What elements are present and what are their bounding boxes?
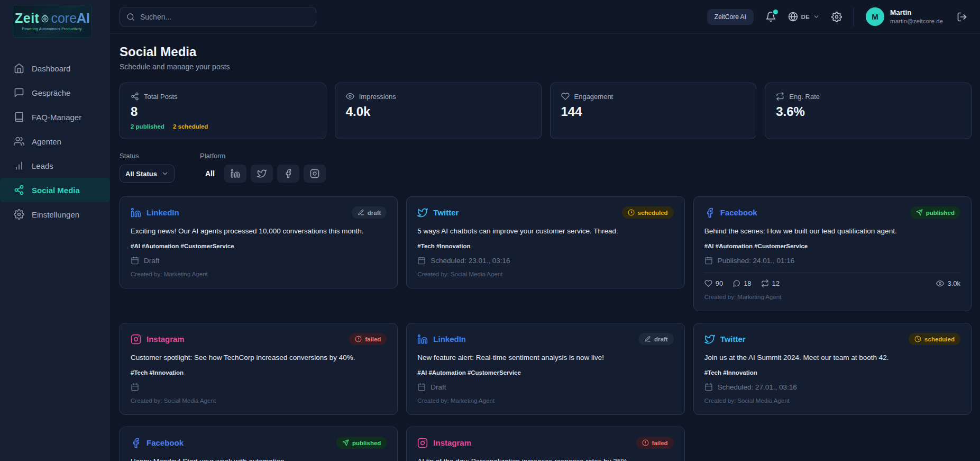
post-created-by: Created by: Marketing Agent (131, 271, 387, 277)
post-views-count: 3.0k (947, 279, 960, 287)
repeat-icon (776, 92, 784, 101)
platform-filter-instagram[interactable] (304, 165, 326, 183)
post-card[interactable]: LinkedIndraftExciting news! Our AI agent… (120, 196, 398, 288)
post-hashtags: #AI #Automation #CustomerService (417, 369, 673, 376)
post-hashtags: #AI #Automation #CustomerService (704, 243, 960, 249)
stat-card: Engagement144 (550, 83, 757, 139)
post-card[interactable]: LinkedIndraftNew feature alert: Real-tim… (406, 323, 684, 415)
sidebar-item-social-media[interactable]: Social Media (0, 178, 110, 202)
alert-icon (355, 336, 362, 342)
post-card[interactable]: InstagramfailedAI tip of the day: Person… (406, 427, 684, 461)
brand-head-icon (40, 13, 50, 24)
edit-icon (358, 209, 364, 216)
send-icon (916, 209, 923, 216)
post-stats-row: 9018123.0k (704, 279, 960, 287)
post-card[interactable]: Twitterscheduled5 ways AI chatbots can i… (406, 196, 684, 288)
post-content: New feature alert: Real-time sentiment a… (417, 353, 673, 363)
settings-button[interactable] (831, 12, 842, 22)
sidebar-item-leads[interactable]: Leads (0, 153, 110, 178)
chevron-down-icon (161, 170, 169, 177)
stat-card-header: Engagement (561, 92, 746, 101)
top-bar: ZeitCore AI DE M (110, 0, 980, 34)
platform-all-button[interactable]: All (200, 166, 220, 181)
platform-filter-linkedin[interactable] (224, 165, 246, 183)
language-selector[interactable]: DE (788, 12, 820, 22)
post-comments: 18 (732, 279, 751, 287)
post-created-by: Created by: Social Media Agent (417, 271, 673, 277)
calendar-icon (131, 256, 139, 265)
post-shares-count: 12 (772, 279, 780, 287)
post-card[interactable]: FacebookpublishedHappy Monday! Start you… (120, 427, 398, 461)
sidebar-item-label: Einstellungen (32, 210, 79, 219)
brand-tagline: Powering Autonomous Productivity. (22, 27, 83, 31)
post-card[interactable]: FacebookpublishedBehind the scenes: How … (693, 196, 972, 311)
post-schedule: Scheduled: 23.01., 03:16 (417, 256, 673, 265)
post-likes-count: 90 (716, 279, 723, 287)
status-badge-label: scheduled (924, 336, 955, 342)
platform-filter-twitter[interactable] (251, 165, 273, 183)
eye-icon (936, 279, 944, 287)
post-platform-name: Instagram (146, 335, 185, 344)
notification-dot (773, 10, 778, 14)
instagram-icon (417, 438, 428, 448)
share-icon (14, 185, 24, 195)
stats-row: Total Posts82 published2 scheduledImpres… (120, 83, 972, 139)
twitter-icon (417, 207, 428, 218)
sidebar-item-faq-manager[interactable]: FAQ-Manager (0, 105, 110, 129)
logout-button[interactable] (957, 12, 967, 22)
sidebar-item-gespr-che[interactable]: Gespräche (0, 80, 110, 105)
status-badge-label: published (352, 440, 381, 446)
post-card-header: LinkedIndraft (417, 333, 673, 345)
status-filter-select[interactable]: All Status (120, 165, 175, 183)
post-card[interactable]: InstagramfailedCustomer spotlight: See h… (120, 323, 398, 415)
post-platform: LinkedIn (417, 334, 466, 345)
twitter-icon (704, 334, 715, 345)
calendar-icon (417, 383, 426, 391)
stat-label: Engagement (574, 93, 613, 101)
post-schedule-text: Scheduled: 23.01., 03:16 (431, 257, 510, 265)
sidebar-item-einstellungen[interactable]: Einstellungen (0, 202, 110, 227)
sidebar-item-agenten[interactable]: Agenten (0, 129, 110, 153)
status-badge: failed (349, 333, 387, 345)
post-schedule: Draft (417, 383, 673, 391)
chevron-down-icon (813, 13, 820, 20)
filters-row: Status All Status Platform All (120, 152, 972, 183)
post-divider (704, 273, 960, 273)
post-card[interactable]: TwitterscheduledJoin us at the AI Summit… (693, 323, 972, 415)
sidebar-nav: DashboardGesprächeFAQ-ManagerAgentenLead… (0, 56, 110, 227)
post-platform-name: Twitter (720, 335, 746, 344)
post-content: 5 ways AI chatbots can improve your cust… (417, 227, 673, 236)
facebook-icon (704, 207, 715, 218)
linkedin-icon (417, 334, 428, 345)
instagram-icon (310, 169, 319, 178)
search-input[interactable] (140, 13, 309, 21)
post-hashtags: #Tech #Innovation (131, 369, 387, 376)
stat-card: Total Posts82 published2 scheduled (120, 83, 326, 139)
content-area: Social Media Schedule and manage your po… (110, 34, 980, 461)
post-platform: Twitter (417, 207, 459, 218)
sidebar-item-dashboard[interactable]: Dashboard (0, 56, 110, 80)
status-badge-label: failed (365, 336, 381, 342)
platform-filter-label: Platform (200, 152, 326, 160)
globe-icon (788, 12, 798, 22)
calendar-icon (704, 383, 713, 391)
platform-filter-facebook[interactable] (277, 165, 299, 183)
twitter-icon (257, 169, 267, 178)
linkedin-icon (131, 207, 141, 218)
posts-grid: LinkedIndraftExciting news! Our AI agent… (120, 196, 972, 461)
page-title: Social Media (120, 44, 972, 59)
user-menu[interactable]: M Martin martin@zeitcore.de (866, 7, 943, 26)
sidebar-item-label: Leads (32, 161, 53, 170)
post-card-header: Facebookpublished (704, 206, 960, 219)
chat-icon (14, 87, 24, 98)
eye-icon (346, 92, 354, 101)
facebook-icon (131, 438, 141, 448)
instagram-icon (131, 334, 141, 345)
post-schedule: Scheduled: 27.01., 03:16 (704, 383, 960, 391)
language-code: DE (801, 14, 810, 20)
post-content: Customer spotlight: See how TechCorp inc… (131, 353, 387, 363)
status-filter-label: Status (120, 152, 175, 160)
post-schedule-text: Draft (144, 257, 159, 265)
notifications-button[interactable] (765, 11, 776, 22)
user-name: Martin (890, 8, 943, 17)
